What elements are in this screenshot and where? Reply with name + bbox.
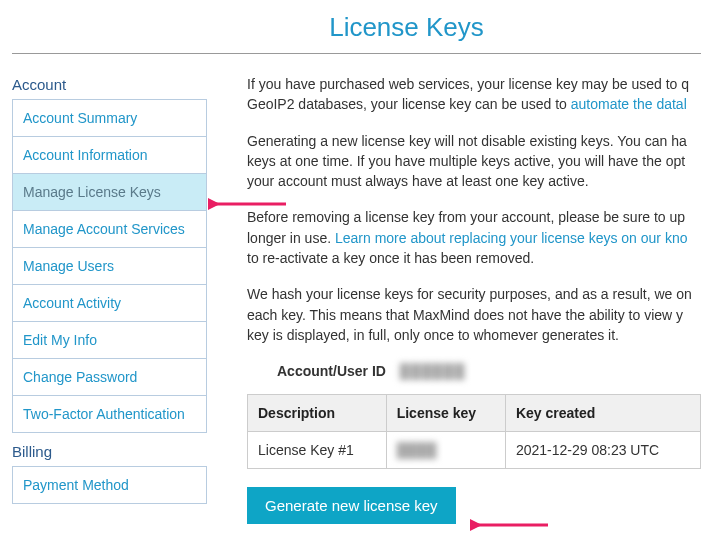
nav-list-billing: Payment Method bbox=[12, 466, 207, 504]
learn-more-link[interactable]: Learn more about replacing your license … bbox=[335, 230, 688, 246]
intro-paragraph-4: We hash your license keys for security p… bbox=[247, 284, 701, 345]
intro-paragraph-3: Before removing a license key from your … bbox=[247, 207, 701, 268]
th-license-key: License key bbox=[386, 394, 505, 431]
sidebar-item-account-information[interactable]: Account Information bbox=[13, 137, 206, 174]
intro-paragraph-2: Generating a new license key will not di… bbox=[247, 131, 701, 192]
blurred-key: ████ bbox=[397, 442, 437, 458]
title-divider bbox=[12, 53, 701, 54]
sidebar: Account Account Summary Account Informat… bbox=[12, 74, 207, 524]
account-id-row: Account/User ID ██████ bbox=[247, 361, 701, 381]
sidebar-item-manage-license-keys[interactable]: Manage License Keys bbox=[13, 174, 206, 211]
automate-link[interactable]: automate the datal bbox=[571, 96, 687, 112]
main-content: If you have purchased web services, your… bbox=[207, 74, 701, 524]
account-id-label: Account/User ID bbox=[277, 361, 386, 381]
nav-list-account: Account Summary Account Information Mana… bbox=[12, 99, 207, 433]
text: If you have purchased web services, your… bbox=[247, 76, 689, 92]
th-key-created: Key created bbox=[505, 394, 700, 431]
cell-description: License Key #1 bbox=[248, 431, 387, 468]
sidebar-section-billing: Billing bbox=[12, 443, 207, 460]
text: to re-activate a key once it has been re… bbox=[247, 250, 534, 266]
sidebar-item-manage-account-services[interactable]: Manage Account Services bbox=[13, 211, 206, 248]
cell-key-created: 2021-12-29 08:23 UTC bbox=[505, 431, 700, 468]
page-title: License Keys bbox=[100, 0, 713, 53]
th-description: Description bbox=[248, 394, 387, 431]
intro-paragraph-1: If you have purchased web services, your… bbox=[247, 74, 701, 115]
sidebar-item-payment-method[interactable]: Payment Method bbox=[13, 467, 206, 503]
table-row: License Key #1 ████ 2021-12-29 08:23 UTC bbox=[248, 431, 701, 468]
text: GeoIP2 databases, your license key can b… bbox=[247, 96, 571, 112]
sidebar-item-account-summary[interactable]: Account Summary bbox=[13, 100, 206, 137]
cell-license-key: ████ bbox=[386, 431, 505, 468]
sidebar-item-manage-users[interactable]: Manage Users bbox=[13, 248, 206, 285]
sidebar-item-two-factor-auth[interactable]: Two-Factor Authentication bbox=[13, 396, 206, 432]
sidebar-item-change-password[interactable]: Change Password bbox=[13, 359, 206, 396]
sidebar-section-account: Account bbox=[12, 76, 207, 93]
license-keys-table: Description License key Key created Lice… bbox=[247, 394, 701, 470]
sidebar-item-account-activity[interactable]: Account Activity bbox=[13, 285, 206, 322]
account-id-value: ██████ bbox=[400, 361, 466, 381]
generate-new-license-key-button[interactable]: Generate new license key bbox=[247, 487, 456, 524]
sidebar-item-edit-my-info[interactable]: Edit My Info bbox=[13, 322, 206, 359]
